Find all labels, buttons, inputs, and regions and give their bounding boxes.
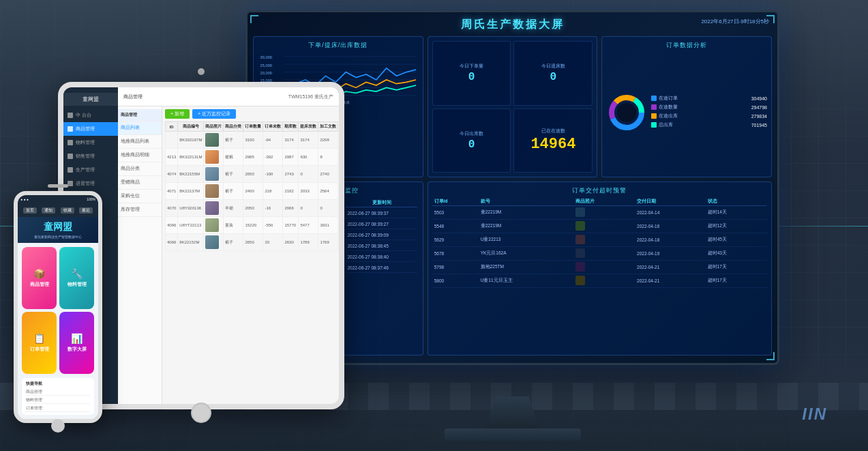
submenu-purchase-slot[interactable]: 采购仓位 [118,190,162,203]
quick-item-material[interactable]: 物料管理 [26,397,90,404]
stat-today-returns-value: 0 [550,71,557,83]
submenu-ground-detail[interactable]: 地推商品明细 [118,149,162,162]
screen-icon: 📊 [71,333,83,344]
box-icon [68,140,73,145]
erp-product-table: ID 商品编号 商品照片 商品分类 订单数量 订单未数 期库数 提床发数 加工文… [165,121,338,251]
grid-item-material[interactable]: 🔧 物料管理 [59,247,94,309]
legend-item-2: 在途数量 294798 [651,104,767,111]
erp-main: 商品管理 TWM15196 童氏生产 商品管理 商品列表 地推商品列表 地推商品… [118,87,339,404]
sidebar-progress-label: 进度管理 [76,180,95,187]
submenu-inventory[interactable]: 库存管理 [118,203,162,217]
sidebar-product-label: 商品管理 [76,126,95,132]
grid-item-order-label: 订单管理 [30,346,49,353]
monitor-base [445,428,581,441]
sidebar-item-production[interactable]: 生产管理 [63,163,118,177]
col-photo: 商品照片 [204,122,224,132]
order-analysis-panel: 订单数据分析 在途订单 [601,36,772,177]
nav-notify-button[interactable]: 通知 [42,207,55,214]
sidebar-material-label: 物料管理 [76,139,95,146]
svg-text:20,000: 20,000 [260,71,272,75]
table-row: 4070 U8Y320136 半裙 2050 -16 2066 0 [166,200,338,217]
sidebar-home-label: 中 台台 [76,112,91,119]
stat-today-orders-value: 0 [468,71,475,83]
stat-today-outbound: 今日出库数 0 [432,108,511,173]
stat-today-returns-label: 今日退床数 [541,63,565,70]
quick-item-product[interactable]: 商品管理 [26,389,90,396]
monitor-button[interactable]: + 近万监控记录 [192,109,236,119]
legend-value-2: 294798 [751,105,767,110]
grid-item-product[interactable]: 📦 商品管理 [22,247,57,309]
quick-list: 商品管理 物料管理 订单管理 [26,389,90,412]
phone-speaker [48,184,68,188]
factory-icon [68,167,73,173]
progress-icon [68,181,73,186]
erp-topbar: 商品管理 TWM15196 童氏生产 [118,87,339,106]
stat-today-outbound-value: 0 [468,139,475,151]
stat-today-orders: 今日下单量 0 [432,41,511,106]
table-row: 4071 BK22137M 裤子 2400 218 2182 20 [166,183,338,200]
col-id: ID [166,122,178,132]
col-category: 商品分类 [224,122,243,132]
table-row: 4074 BK22155M 裤子 2650 -190 2743 0 [166,166,338,183]
svg-point-22 [617,103,636,122]
nav-favorite-button[interactable]: 收藏 [61,207,74,214]
submenu-ground-list[interactable]: 地推商品列表 [118,135,162,149]
quick-item-order[interactable]: 订单管理 [26,405,90,412]
order-row: 5678 YK元旦162A 2022-04-19 超时43天 [432,247,767,261]
submenu-donation[interactable]: 受赠商品 [118,176,162,190]
legend-value-1: 304940 [751,96,767,101]
legend-label-3: 在途出库 [659,113,749,119]
order-row: 5548 童22219M 2022-04-16 超时12天 [432,220,767,233]
submenu-category[interactable]: 商品分类 [118,162,162,176]
legend-label-4: 总出库 [659,121,749,128]
col-ship: 提床发数 [299,122,318,132]
tablet-home-button[interactable] [191,403,211,423]
dashboard-title: 周氏生产数据大屏 [253,18,772,32]
svg-text:25,000: 25,000 [260,63,272,68]
legend-label-2: 在途数量 [659,104,749,111]
nav-home-button[interactable]: 首页 [23,207,37,214]
sidebar-production-label: 生产管理 [76,166,95,173]
user-id: TWM15196 [288,94,313,99]
table-row: BK302167M 裤子 3100 -94 3174 3174 2 [166,132,338,149]
add-button[interactable]: + 新增 [165,109,190,119]
submenu-product-list[interactable]: 商品列表 [118,121,162,135]
legend-value-3: 279834 [751,114,767,119]
erp-submenu: 商品管理 商品列表 地推商品列表 地推商品明细 商品分类 受赠商品 采购仓位 库… [118,106,162,404]
phone-frame: ● ● ● 100% 首页 通知 收藏 最近 童网盟 童玩家新商业生产智慧数据中… [14,191,102,423]
phone-home-button[interactable] [51,419,65,433]
col-sku: 商品编号 [178,122,204,132]
col-order-qty: 订单数量 [243,122,263,132]
erp-table-area: + 新增 + 近万监控记录 ID 商品编号 商品照片 商品分类 订单数量 [162,106,339,404]
phone-quick-actions: 快捷导航 商品管理 物料管理 订单管理 [22,378,94,415]
legend-label-1: 在途订单 [659,95,749,102]
sidebar-item-material[interactable]: 物料管理 [63,136,118,149]
grid-item-order[interactable]: 📋 订单管理 [22,312,57,374]
erp-toolbar: + 新增 + 近万监控记录 [165,109,336,119]
col-process: 加工文数 [318,122,338,132]
phone-grid: 📦 商品管理 🔧 物料管理 📋 订单管理 📊 数字大屏 [18,243,98,378]
order-warning-title: 订单交付超时预警 [432,186,767,195]
sidebar-item-progress[interactable]: 进度管理 [63,177,118,190]
phone-navbar: 首页 通知 收藏 最近 [18,203,98,217]
phone-container: ● ● ● 100% 首页 通知 收藏 最近 童网盟 童玩家新商业生产智慧数据中… [14,191,102,423]
company-name: 童氏生产 [314,94,333,99]
sidebar-item-sales[interactable]: 销售管理 [63,149,118,163]
sidebar-item-product[interactable]: 商品管理 [63,122,118,136]
phone-app: ● ● ● 100% 首页 通知 收藏 最近 童网盟 童玩家新商业生产智慧数据中… [18,195,98,419]
phone-subtitle: 童玩家新商业生产智慧数据中心 [22,235,94,239]
submenu-label: 商品管理 [118,109,162,121]
sidebar-item-home[interactable]: 中 台台 [63,108,118,122]
legend-item-4: 总出库 701945 [651,121,767,128]
grid-item-screen-label: 数字大屏 [68,346,87,353]
tablet-camera [198,68,205,75]
phone-logo: 童网盟 [22,221,94,233]
phone-status-text: ● ● ● [20,197,85,201]
stats-panel: 今日下单量 0 今日退床数 0 今日出库数 0 已在在途数 14964 [428,36,598,177]
grid-item-screen[interactable]: 📊 数字大屏 [59,312,94,374]
order-warning-panel: 订单交付超时预警 订单id 款号 商品照片 交付日期 状态 [428,181,772,355]
nav-recent-button[interactable]: 最近 [79,207,93,214]
chart-icon [68,154,73,159]
material-icon: 🔧 [71,268,83,279]
order-analysis-title: 订单数据分析 [606,41,767,50]
